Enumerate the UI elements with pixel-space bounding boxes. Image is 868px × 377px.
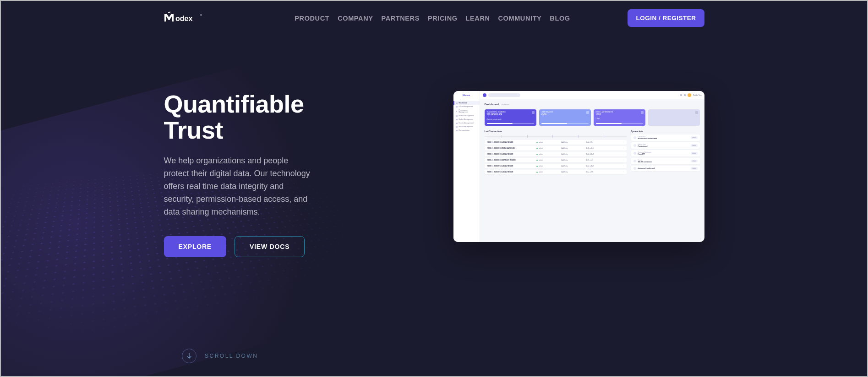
preview-trans-row: NODE 6 - BCS DOCS LOCAL REGIONonlineAddE…: [485, 170, 627, 174]
preview-timeline: [485, 135, 627, 138]
preview-menu-events: Events Management: [453, 121, 480, 125]
modex-logo-icon: odex ®: [164, 11, 224, 26]
hero-description: We help organizations and people protect…: [164, 155, 315, 218]
preview-menu-explorer: Blockchain Explorer: [453, 125, 480, 129]
preview-trans-row: NODE 2 - BCS DOCS ROMANIA REGIONonlineAd…: [485, 146, 627, 151]
nav-company[interactable]: COMPANY: [338, 15, 373, 22]
nav-product[interactable]: PRODUCT: [295, 15, 329, 22]
preview-menu-users: Users Management: [453, 105, 480, 108]
preview-card1-value: 200.000/250.000: [487, 113, 534, 116]
preview-topbar: Catalin Tom: [480, 91, 704, 99]
preview-menu: Dashboard Users Management Permissions M…: [453, 99, 480, 134]
svg-rect-0: [168, 11, 170, 13]
nav-learn[interactable]: LEARN: [466, 15, 490, 22]
scroll-down-circle: [182, 349, 197, 363]
preview-trans-row: NODE 3 - BCS DOCS LOCAL REGIONonlineAddE…: [485, 152, 627, 156]
preview-menu-docs: Documentation: [453, 129, 480, 132]
preview-card2-value: 45/50: [541, 113, 589, 116]
svg-text:odex: odex: [175, 15, 192, 22]
brand-logo[interactable]: odex ®: [164, 11, 224, 26]
hero-title-line1: Quantifiable: [164, 90, 304, 118]
preview-breadcrumb: Dashboard: [502, 104, 509, 106]
preview-avatar: [688, 93, 691, 97]
preview-sys-row: Record250.000 transactionsdetails: [631, 158, 700, 164]
preview-card2-title: USER REMAINING: [541, 111, 589, 113]
hero-text: Quantifiable Trust We help organizations…: [164, 91, 329, 257]
preview-trans-row: NODE 4 - BCS DOCS GERMANY REGIONonlineAd…: [485, 158, 627, 162]
preview-sys-row: Network TypePermissioneddetails: [631, 142, 700, 149]
preview-card1-title: TRANSACTIONS REMAINING: [487, 111, 534, 113]
preview-trans-row: NODE 5 - BCS DOCS LOCAL REGIONonlineAddE…: [485, 164, 627, 168]
preview-menu-nodes: Nodes Management: [453, 118, 480, 121]
hero-image-wrap: Modex Dashboard Users Management Permiss…: [361, 91, 704, 257]
preview-page-title: Dashboard: [485, 103, 499, 106]
preview-card3-title: NODES - AUTHORIZATION: [596, 111, 643, 113]
scroll-down-text: SCROLL DOWN: [205, 353, 258, 359]
preview-cards: TRANSACTIONS REMAINING 200.000/250.000 Q…: [485, 109, 700, 126]
preview-card-3: NODES - AUTHORIZATION 10/12 5 days: [594, 109, 645, 126]
nav-partners[interactable]: PARTNERS: [381, 15, 419, 22]
preview-username: Catalin Tom: [693, 94, 701, 96]
preview-trans-title: Last Transactions: [485, 130, 627, 133]
preview-sys-row: Consortium ID4a1f9b2c8e3d7f6a5b0c9e8ddet…: [631, 135, 700, 141]
preview-menu-dashboard: Dashboard: [453, 101, 480, 105]
preview-menu-entities: Entities Management: [453, 114, 480, 118]
view-docs-button[interactable]: VIEW DOCS: [235, 236, 305, 257]
preview-card1-sub: Quota for current month: [487, 118, 534, 120]
preview-transactions: Last Transactions NODE 1 - BCS DOCS LOCA…: [485, 130, 627, 176]
arrow-down-icon: [186, 353, 192, 359]
svg-text:®: ®: [200, 14, 202, 16]
scroll-down-indicator[interactable]: SCROLL DOWN: [182, 349, 258, 363]
site-header: odex ® PRODUCT COMPANY PARTNERS PRICING …: [164, 1, 704, 27]
login-register-button[interactable]: LOGIN / REGISTER: [628, 9, 704, 27]
preview-sys-title: System Info: [631, 130, 700, 133]
nav-blog[interactable]: BLOG: [550, 15, 570, 22]
nav-community[interactable]: COMMUNITY: [498, 15, 542, 22]
main-nav: PRODUCT COMPANY PARTNERS PRICING LEARN C…: [237, 15, 628, 22]
preview-menu-permissions: Permissions Management: [453, 108, 480, 114]
preview-sidebar: Modex Dashboard Users Management Permiss…: [453, 91, 480, 242]
preview-card3-value: 10/12: [596, 113, 643, 116]
preview-search: [488, 93, 520, 97]
preview-sys-row: Consensus MechanismHyperBFTdetails: [631, 150, 700, 156]
dashboard-preview: Modex Dashboard Users Management Permiss…: [453, 91, 704, 242]
preview-sys-row: demo-user@modex.techdetails: [631, 166, 700, 171]
preview-trans-row: NODE 1 - BCS DOCS LOCAL REGIONonlineAddE…: [485, 140, 627, 145]
hero-title: Quantifiable Trust: [164, 91, 329, 143]
preview-card3-sub: 5 days: [596, 118, 643, 119]
hero-buttons: EXPLORE VIEW DOCS: [164, 236, 329, 257]
explore-button[interactable]: EXPLORE: [164, 236, 227, 257]
hero-section: Quantifiable Trust We help organizations…: [164, 27, 704, 257]
preview-system-info: System Info Consortium ID4a1f9b2c8e3d7f6…: [631, 130, 700, 176]
preview-card-4: [648, 109, 700, 126]
nav-pricing[interactable]: PRICING: [428, 15, 458, 22]
preview-brand: Modex: [453, 91, 480, 99]
preview-card-1: TRANSACTIONS REMAINING 200.000/250.000 Q…: [485, 109, 536, 126]
preview-card-2: USER REMAINING 45/50: [539, 109, 591, 126]
preview-main: Dashboard Dashboard TRANSACTIONS REMAINI…: [480, 99, 704, 242]
hero-title-line2: Trust: [164, 116, 224, 144]
